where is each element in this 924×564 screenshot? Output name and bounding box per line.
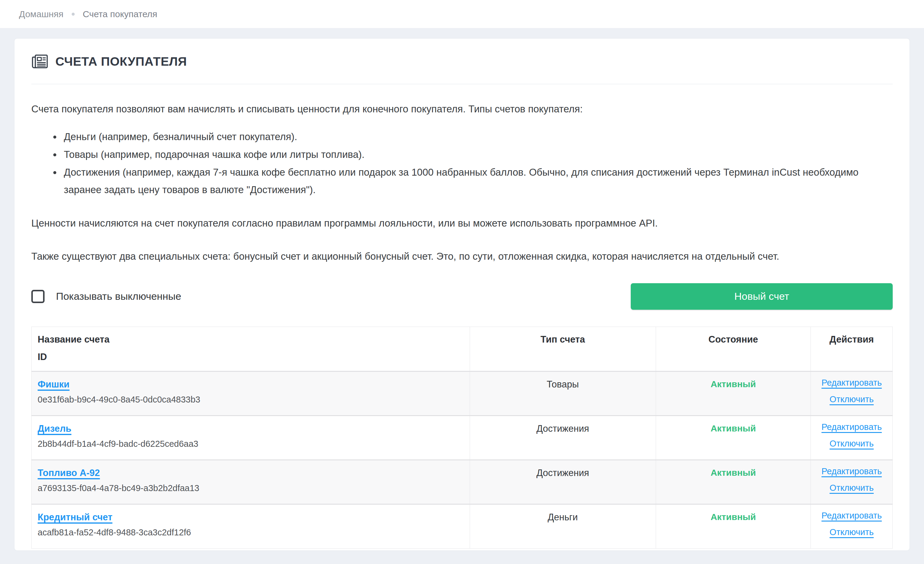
header-account-id: ID xyxy=(38,352,464,362)
disable-account-link[interactable]: Отключить xyxy=(830,483,874,493)
header-account-type: Тип счета xyxy=(470,326,656,371)
intro-lead: Счета покупателя позволяют вам начислять… xyxy=(31,101,893,117)
breadcrumb: Домашняя Счета покупателя xyxy=(0,0,924,28)
disable-account-link[interactable]: Отключить xyxy=(830,394,874,404)
title-divider xyxy=(31,84,893,84)
account-state-badge: Активный xyxy=(656,460,811,504)
header-account-name: Название счета ID xyxy=(32,326,470,371)
customer-accounts-card: СЧЕТА ПОКУПАТЕЛЯ Счета покупателя позвол… xyxy=(14,38,910,551)
account-type: Деньги xyxy=(470,504,656,548)
edit-account-link[interactable]: Редактировать xyxy=(821,422,882,432)
account-id: 2b8b44df-b1a4-4cf9-badc-d6225ced6aa3 xyxy=(38,439,464,449)
edit-account-link[interactable]: Редактировать xyxy=(821,511,882,520)
table-header-row: Название счета ID Тип счета Состояние Де… xyxy=(32,326,893,371)
account-id: 0e31f6ab-b9c4-49c0-8a45-0dc0ca4833b3 xyxy=(38,395,464,405)
table-row: Кредитный счет acafb81a-fa52-4df8-9488-3… xyxy=(32,504,893,548)
special-accounts-paragraph: Также существуют два специальных счета: … xyxy=(31,248,893,265)
show-disabled-control[interactable]: Показывать выключенные xyxy=(31,290,181,303)
header-actions: Действия xyxy=(811,326,893,371)
account-types-list: Деньги (например, безналичный счет покуп… xyxy=(31,128,893,199)
breadcrumb-home-link[interactable]: Домашняя xyxy=(19,9,63,19)
values-rule-paragraph: Ценности начисляются на счет покупателя … xyxy=(31,215,893,232)
account-name-link[interactable]: Кредитный счет xyxy=(38,512,112,522)
account-id: a7693135-f0a4-4a78-bc49-a3b2b2dfaa13 xyxy=(38,483,464,493)
account-name-link[interactable]: Дизель xyxy=(38,423,71,434)
table-row: Дизель 2b8b44df-b1a4-4cf9-badc-d6225ced6… xyxy=(32,415,893,460)
account-state-badge: Активный xyxy=(656,371,811,415)
header-account-state: Состояние xyxy=(656,326,811,371)
table-row: Топливо А-92 a7693135-f0a4-4a78-bc49-a3b… xyxy=(32,460,893,504)
account-state-badge: Активный xyxy=(656,504,811,548)
table-row: Фишки 0e31f6ab-b9c4-49c0-8a45-0dc0ca4833… xyxy=(32,371,893,415)
account-type-money: Деньги (например, безналичный счет покуп… xyxy=(62,128,893,146)
newspaper-icon xyxy=(31,54,48,69)
account-id: acafb81a-fa52-4df8-9488-3ca3c2df12f6 xyxy=(38,528,464,537)
account-type-achievements: Достижения (например, каждая 7-я чашка к… xyxy=(62,164,893,199)
edit-account-link[interactable]: Редактировать xyxy=(821,466,882,476)
accounts-table: Название счета ID Тип счета Состояние Де… xyxy=(31,326,893,549)
account-type: Достижения xyxy=(470,460,656,504)
show-disabled-checkbox[interactable] xyxy=(31,290,45,303)
account-type-goods: Товары (например, подарочная чашка кофе … xyxy=(62,146,893,164)
account-type: Товары xyxy=(470,371,656,415)
breadcrumb-current: Счета покупателя xyxy=(83,9,158,19)
account-state-badge: Активный xyxy=(656,415,811,460)
breadcrumb-separator-dot xyxy=(72,13,75,16)
account-name-link[interactable]: Фишки xyxy=(38,379,69,390)
disable-account-link[interactable]: Отключить xyxy=(830,439,874,448)
edit-account-link[interactable]: Редактировать xyxy=(821,378,882,388)
new-account-button[interactable]: Новый счет xyxy=(631,283,893,310)
card-header: СЧЕТА ПОКУПАТЕЛЯ xyxy=(31,54,893,69)
disable-account-link[interactable]: Отключить xyxy=(830,527,874,537)
account-type: Достижения xyxy=(470,415,656,460)
account-name-link[interactable]: Топливо А-92 xyxy=(38,468,100,478)
controls-row: Показывать выключенные Новый счет xyxy=(31,283,893,310)
page-title: СЧЕТА ПОКУПАТЕЛЯ xyxy=(56,54,187,69)
show-disabled-label: Показывать выключенные xyxy=(56,290,181,302)
